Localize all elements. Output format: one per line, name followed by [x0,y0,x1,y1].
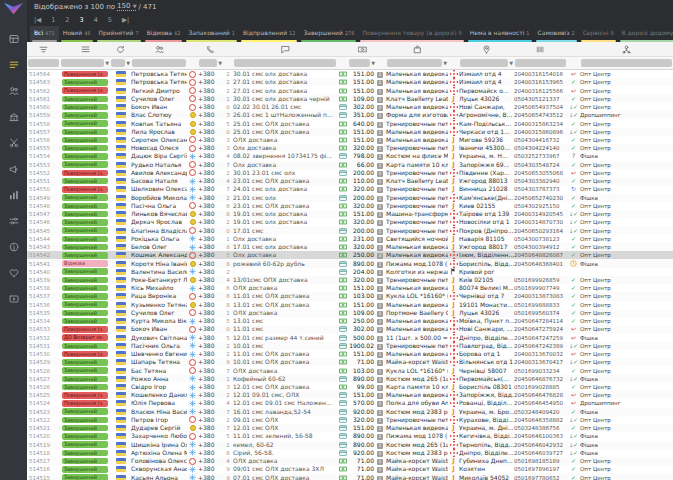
column-header-barcode-icon[interactable] [514,45,567,54]
pagination-page-1[interactable]: 1 [51,16,55,24]
order-row[interactable]: 514523ЗавершенийВласюк Ніна Василі...+38… [27,408,673,416]
chevron-down-icon[interactable]: ▼ [371,60,375,66]
order-row[interactable]: 514526ЗавершенийСвідро Ігор+380312.01 см… [27,383,673,391]
column-header-bag-icon[interactable] [386,45,448,54]
order-row[interactable]: 514551ЗавершенийБасова Наталя+380423.01 … [27,177,673,185]
sidebar-item-tools[interactable] [0,130,27,156]
order-row[interactable]: 514548ЗавершенийПасічна Ольга+380623.01 … [27,202,673,210]
sidebar-item-marketing[interactable] [0,156,27,182]
column-header-refresh-icon[interactable] [110,45,131,54]
pagination-last-button[interactable]: ▶| [122,16,129,24]
order-row[interactable]: 514562Повернення (з.Легкий Дмитро+380227… [27,86,673,94]
order-row[interactable]: 514547ЗавершенийЛиньков Вячеслав+380819.… [27,210,673,218]
filter-input[interactable] [234,59,336,67]
pagination-page-4[interactable]: 4 [94,16,98,24]
order-row[interactable]: 514533Повернення (з.Бокоч Иван+380011.01… [27,325,673,333]
order-row[interactable]: 514554ЗавершенийДацюк Віра Сергіївна+380… [27,152,673,160]
order-row[interactable]: 514560ЗавершенийБокоч Иван+380002.02 30.… [27,103,673,111]
pagination-page-3[interactable]: 3 [79,16,83,24]
column-header-people-icon[interactable] [131,45,187,54]
order-row[interactable]: 514556ЗавершенийСиротюк Олександр+3803ОЛ… [27,136,673,144]
filter-input[interactable] [581,59,672,67]
column-header-person-icon[interactable] [580,45,673,54]
order-row[interactable]: 514549ЗавершенийВоробйов Микола+380221.0… [27,194,673,202]
order-row[interactable]: 514520ЗавершенийЗахарченко Любовь+380511… [27,432,673,440]
order-row[interactable]: 514544ЗавершенийРокіцька Ольга+3801Олх д… [27,235,673,243]
column-header-pin-icon[interactable] [459,45,514,54]
sidebar-item-stats[interactable] [0,182,27,208]
order-row[interactable]: 514536ЗавершенийКузьменко Тетяна+380813.… [27,301,673,309]
filter-input[interactable] [199,59,217,67]
column-header-money-icon[interactable] [348,45,376,54]
order-row[interactable]: 514515ЗавершенийКасьян Альона+380907.01 … [27,473,673,480]
order-row[interactable]: 514546ЗавершенийДеркач Ярослав+380219.01… [27,218,673,226]
filter-input[interactable] [515,59,566,67]
tab-сервісні[interactable]: Сервісні0 [579,26,618,42]
order-row[interactable]: 514542ЗавершенийКошмак Александр+3805Олх… [27,251,673,259]
order-row[interactable]: 514531ЗавершенийПасічник Ольга+380210.01… [27,342,673,350]
order-row[interactable]: 514532ДО Возврат ок.Дукович Світлана+380… [27,334,673,342]
order-row[interactable]: 514530Повернення (з.Шевченко Евгений+380… [27,350,673,358]
sidebar-item-orders[interactable] [0,52,27,78]
tab-запакований[interactable]: Запакований1 [184,26,239,42]
filter-input[interactable] [349,59,370,67]
chevron-down-icon[interactable]: ▼ [105,60,109,66]
order-row[interactable]: 514529ЗавершенийШапарь Тетяна+380910.01 … [27,358,673,366]
order-row[interactable]: 514539ЗавершенийРоке-Бетанкурт Лін...+38… [27,276,673,284]
order-row[interactable]: 514537ЗавершенийРаца Вероніка+380611.01 … [27,292,673,300]
tab-прийнятий[interactable]: Прийнятий7 [95,26,143,42]
tab-самовивіз[interactable]: Самовивіз2 [534,26,579,42]
order-row[interactable]: 514540ЗавершенийВалентина Василье...+380… [27,268,673,276]
tab-в-дорозі-додому[interactable]: В дорозі додому0 [618,26,673,42]
order-row[interactable]: 514545ЗавершенийБлагінна Владіслава+3800… [27,226,673,234]
order-row[interactable]: 514525Повернення (з.Кошеленко Данил+3802… [27,391,673,399]
order-row[interactable]: 514517ЗавершенийГоловінова Олексан...+38… [27,457,673,465]
filter-input[interactable] [132,59,186,67]
order-row[interactable]: 514522ЗавершенийПетров Ігор+380209.01 см… [27,416,673,424]
chevron-down-icon[interactable]: ▼ [509,60,513,66]
order-row[interactable]: 514555ЗавершенийНовосад Олеся+3803Олх до… [27,144,673,152]
tab-повернення-товару-в-дорозі-[interactable]: Повернення товару (в дорозі)0 [358,26,465,42]
filter-input[interactable] [387,59,442,67]
order-row[interactable]: 514541ВідмоваКоротя Ніна Іванівна+3808ро… [27,259,673,267]
order-row[interactable]: 514559ЗавершенийВлас Слотюу+380326.01 см… [27,111,673,119]
chevron-down-icon[interactable]: ▼ [218,60,222,66]
order-row[interactable]: 514519ЗавершенийШишкіна Ірина Олек...+38… [27,441,673,449]
order-row[interactable]: 514534ЗавершенийКурта Микола Вікто...+38… [27,317,673,325]
order-row[interactable]: 514564Повернення (з.Петровська Тетяна+38… [27,70,673,78]
order-row[interactable]: 514527ЗавершенийРожко Анна+3801Кофейный … [27,375,673,383]
order-row[interactable]: 514521ЗавершенийДударев Сергій+380712.01… [27,424,673,432]
tab-відмова[interactable]: Відмова42 [143,26,185,42]
filter-input[interactable] [28,59,59,67]
column-header-phone-icon[interactable] [198,45,223,54]
sidebar-item-company[interactable] [0,104,27,130]
tab-нема-в-наявності[interactable]: Нема в наявності1 [466,26,534,42]
filter-input[interactable] [460,59,508,67]
tab-відправлений[interactable]: Відправлений12 [239,26,300,42]
tab-всі[interactable]: Всі471 [30,26,59,42]
order-row[interactable]: 514563ЗавершенийПетровська Тетяна+380227… [27,78,673,86]
order-row[interactable]: 514552Повернення (з.Авилов Александр+380… [27,169,673,177]
sidebar-item-dashboard[interactable] [0,26,27,52]
pagination-first-button[interactable]: |◀ [34,16,41,24]
tab-завершений[interactable]: Завершений278 [299,26,358,42]
order-row[interactable]: 514516ЗавершенийСкворунская Анаст...+380… [27,465,673,473]
sidebar-item-info[interactable] [0,234,27,260]
column-header-sort-icon[interactable] [27,45,60,54]
order-row[interactable]: 514553ЗавершенийРудько Наталья+3807Олх д… [27,161,673,169]
sidebar-item-partners[interactable] [0,260,27,286]
pagination-page-5[interactable]: 5 [108,16,112,24]
app-logo[interactable] [2,1,25,16]
page-size-dropdown[interactable]: 150 ▼ [117,2,136,11]
order-row[interactable]: 514557ЗавершенийЛила Ярослав+380025.01 с… [27,128,673,136]
tab-новий[interactable]: Новий48 [59,26,95,42]
column-header-list-icon[interactable] [60,45,110,54]
chevron-down-icon[interactable]: ▼ [443,60,447,66]
sidebar-item-settings[interactable] [0,208,27,234]
chevron-down-icon[interactable]: ▼ [126,60,130,66]
column-header-chat-icon[interactable] [233,45,337,54]
pagination-page-2[interactable]: 2 [65,16,69,24]
sidebar-item-video[interactable] [0,286,27,312]
order-row[interactable]: 514538ЗавершенийКісь Михайло+3806ОЛХ дос… [27,284,673,292]
order-row[interactable]: 514518ЗавершенийАртюхіна Олена Ми...+380… [27,449,673,457]
